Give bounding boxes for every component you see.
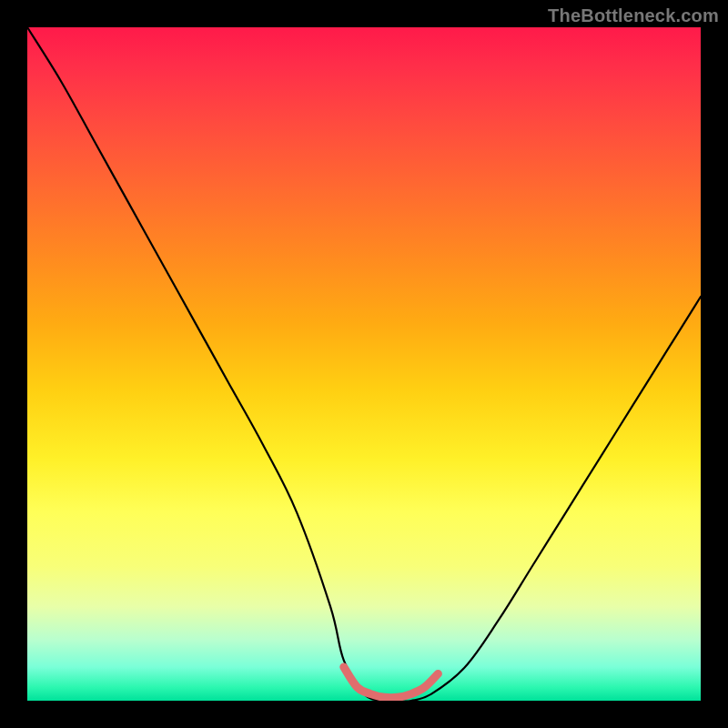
optimal-range-curve [344, 667, 439, 698]
curve-svg [27, 27, 701, 701]
plot-area [27, 27, 701, 701]
bottleneck-curve [27, 27, 701, 701]
watermark-text: TheBottleneck.com [548, 5, 719, 26]
chart-container: TheBottleneck.com [0, 0, 728, 728]
